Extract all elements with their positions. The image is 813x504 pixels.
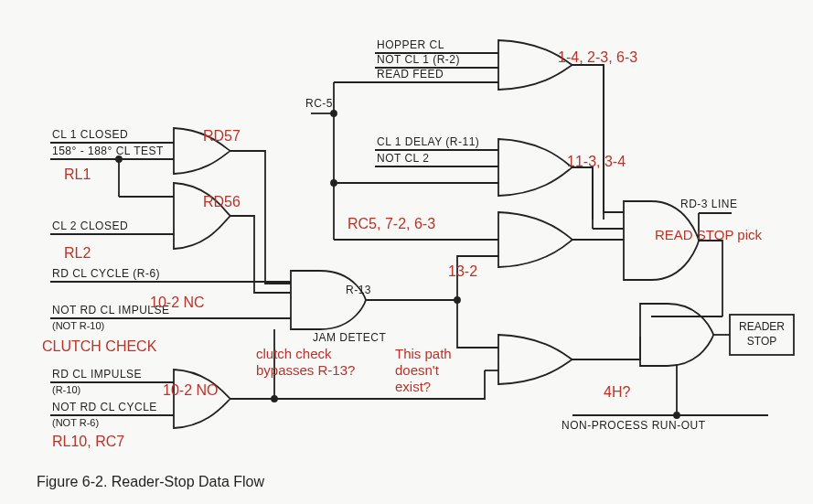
- svg-point-8: [674, 413, 679, 418]
- anno-4h: 4H?: [604, 384, 630, 401]
- anno-clutch-bypass-1: clutch check: [256, 346, 332, 361]
- anno-clutch-bypass-2: bypasses R-13?: [256, 362, 355, 378]
- svg-point-1: [272, 396, 277, 402]
- label-r13: R-13: [346, 284, 371, 296]
- reader-stop-box-line2: STOP: [737, 335, 786, 348]
- anno-10-2-nc: 10-2 NC: [150, 295, 205, 311]
- label-read-feed: READ FEED: [377, 68, 444, 80]
- anno-clutch-check: CLUTCH CHECK: [42, 338, 156, 355]
- anno-10-2-no: 10-2 NO: [163, 382, 218, 399]
- label-cl2-closed: CL 2 CLOSED: [52, 220, 128, 232]
- label-cl1-delay: CL 1 DELAY (R-11): [377, 135, 479, 148]
- anno-13-2: 13-2: [448, 263, 477, 280]
- figure-caption: Figure 6-2. Reader-Stop Data Flow: [37, 474, 264, 490]
- label-not-r6: (NOT R-6): [52, 417, 99, 428]
- label-not-r10: (NOT R-10): [52, 320, 104, 331]
- reader-stop-box-line1: READER: [737, 320, 786, 333]
- anno-rl10-rc7: RL10, RC7: [52, 434, 124, 450]
- anno-rd57: RD57: [203, 128, 241, 145]
- anno-path-3: exist?: [395, 379, 431, 394]
- label-rd-cl-impulse: RD CL IMPULSE: [52, 368, 142, 381]
- label-not-cl2: NOT CL 2: [377, 152, 429, 165]
- label-non-process-runout: NON-PROCESS RUN-OUT: [562, 419, 706, 432]
- anno-rc5-72-63: RC5, 7-2, 6-3: [348, 216, 435, 232]
- diagram-canvas: CL 1 CLOSED 158° - 188° CL TEST CL 2 CLO…: [0, 0, 813, 504]
- anno-path-1: This path: [395, 346, 452, 361]
- label-jam-detect: JAM DETECT: [313, 331, 386, 344]
- label-rd3-line: RD-3 LINE: [680, 198, 738, 210]
- label-cl-test: 158° - 188° CL TEST: [52, 145, 164, 157]
- anno-rl2: RL2: [64, 245, 91, 262]
- label-rd-cl-cycle: RD CL CYCLE (R-6): [52, 267, 160, 280]
- anno-11-3-3-4: 11-3, 3-4: [567, 154, 626, 170]
- label-cl1-closed: CL 1 CLOSED: [52, 128, 128, 141]
- label-not-cl1-r2: NOT CL 1 (R-2): [377, 53, 460, 66]
- svg-point-3: [331, 180, 337, 186]
- anno-1-4-2-3-6-3: 1-4, 2-3, 6-3: [558, 49, 637, 66]
- anno-rl1: RL1: [64, 166, 91, 183]
- label-r10: (R-10): [52, 384, 80, 395]
- label-hopper-cl: HOPPER CL: [377, 38, 444, 51]
- label-rc5: RC-5: [305, 97, 333, 110]
- anno-path-2: doesn't: [395, 362, 439, 378]
- svg-point-2: [331, 111, 337, 116]
- label-not-rd-cl-cycle: NOT RD CL CYCLE: [52, 401, 157, 413]
- anno-rd56: RD56: [203, 194, 241, 210]
- anno-read-stop-pick: READ STOP pick: [655, 227, 762, 242]
